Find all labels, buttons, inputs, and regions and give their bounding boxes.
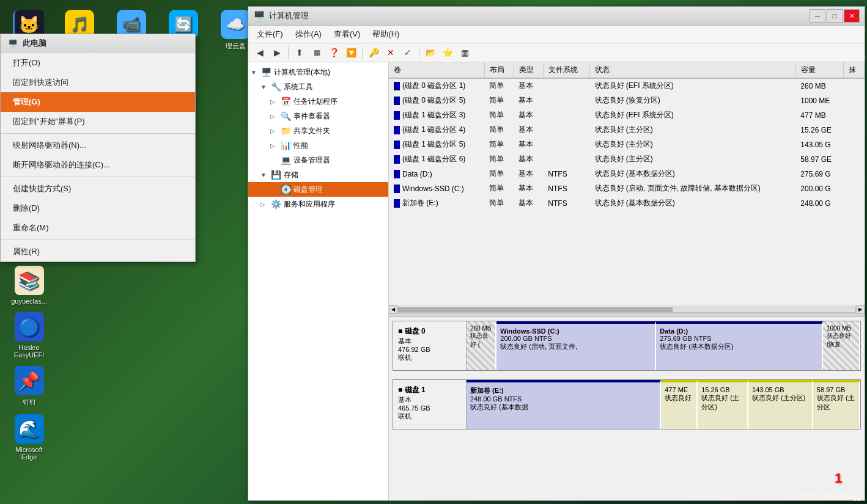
window-controls: ─ □ ✕	[810, 9, 860, 23]
star-button[interactable]: ⭐	[440, 45, 456, 60]
tree-item-storage[interactable]: ▼ 💾 存储	[248, 167, 388, 182]
cell-layout: 简单	[484, 152, 514, 167]
disk-status: 联机	[398, 353, 461, 362]
tree-item-performance[interactable]: ▷ 📊 性能	[248, 138, 388, 153]
partition-size: 200.00 GB NTFS	[500, 335, 651, 342]
cell-capacity: 58.97 GE	[795, 152, 843, 167]
table-row[interactable]: Windows-SSD (C:)简单基本NTFS状态良好 (启动, 页面文件, …	[389, 181, 865, 196]
disk-blue-bar	[394, 155, 400, 164]
tree-item-device-manager[interactable]: 💻 设备管理器	[248, 153, 388, 167]
horizontal-scrollbar[interactable]: ◀ ▶	[389, 305, 865, 313]
cell-capacity: 200.00 G	[795, 181, 843, 196]
menu-item-view[interactable]: 查看(V)	[328, 27, 366, 42]
tree-item-label: 计算机管理(本地)	[274, 67, 330, 78]
context-menu-item-map-drive[interactable]: 映射网络驱动器(N)...	[1, 136, 195, 155]
forward-button[interactable]: ▶	[269, 45, 285, 60]
partition-d1p5[interactable]: 58.97 GB 状态良好 (主分区	[813, 380, 860, 429]
scroll-left-btn[interactable]: ◀	[389, 305, 397, 314]
context-menu-sep-sep3	[1, 239, 195, 240]
partition-d1p4[interactable]: 143.05 GB 状态良好 (主分区)	[748, 380, 813, 429]
context-menu-item-shortcut[interactable]: 创建快捷方式(S)	[1, 179, 195, 199]
scrollbar-track[interactable]	[397, 307, 856, 313]
grid-button[interactable]: ▦	[457, 45, 473, 60]
partition-d0p3[interactable]: Data (D:) 275.69 GB NTFS 状态良好 (基本数据分区)	[656, 321, 823, 370]
cell-layout: 简单	[484, 108, 514, 123]
window-content: ▼ 🖥️ 计算机管理(本地) ▼ 🔧 系统工具 ▷ 📅 任务计划程序 ▷ 🔍 事…	[248, 62, 865, 500]
context-menu-item-properties[interactable]: 属性(R)	[1, 242, 195, 261]
back-button[interactable]: ◀	[252, 45, 268, 60]
partition-d0p2[interactable]: Windows-SSD (C:) 200.00 GB NTFS 状态良好 (启动…	[496, 321, 656, 370]
disk-blue-bar	[394, 199, 400, 208]
table-row[interactable]: Data (D:)简单基本NTFS状态良好 (基本数据分区)275.69 G	[389, 167, 865, 181]
scrollbar-thumb[interactable]	[398, 307, 673, 312]
tree-item-services-apps[interactable]: ▷ ⚙️ 服务和应用程序	[248, 197, 388, 211]
table-row[interactable]: (磁盘 0 磁盘分区 1)简单基本状态良好 (EFI 系统分区)260 MB	[389, 78, 865, 93]
disk-size: 476.92 GB	[398, 346, 461, 353]
expand-icon: ▷	[260, 201, 270, 208]
table-row[interactable]: (磁盘 1 磁盘分区 3)简单基本状态良好 (EFI 系统分区)477 MB	[389, 108, 865, 123]
menu-item-action[interactable]: 操作(A)	[289, 27, 328, 42]
table-row[interactable]: (磁盘 1 磁盘分区 5)简单基本状态良好 (主分区)143.05 G	[389, 137, 865, 152]
context-menu-item-open[interactable]: 打开(O)	[1, 53, 195, 73]
help-button[interactable]: ❓	[326, 45, 342, 60]
view-button[interactable]: ▦	[309, 45, 325, 60]
context-menu-item-disconnect[interactable]: 断开网络驱动器的连接(C)...	[1, 155, 195, 175]
disk-blue-bar	[394, 111, 400, 120]
tree-item-shared-folders[interactable]: ▷ 📁 共享文件夹	[248, 123, 388, 138]
partition-d1p1[interactable]: 新加卷 (E:) 248.00 GB NTFS 状态良好 (基本数据	[467, 380, 661, 429]
tree-item-label: 设备管理器	[293, 155, 330, 166]
partition-d1p2[interactable]: 477 ME 状态良好	[661, 380, 698, 429]
tree-item-event-viewer[interactable]: ▷ 🔍 事件查看器	[248, 109, 388, 123]
col-header-extra[interactable]: 抹	[843, 62, 864, 78]
tree-item-icon: 💻	[280, 155, 291, 166]
context-menu-item-delete[interactable]: 删除(D)	[1, 199, 195, 218]
check-button[interactable]: ✓	[400, 45, 416, 60]
tree-item-disk-management[interactable]: 💽 磁盘管理	[248, 182, 388, 197]
desktop-icon-edge[interactable]: 🌊 Microsoft Edge	[2, 411, 57, 464]
desktop-icon-dingding[interactable]: 📌 钉钉	[2, 362, 57, 411]
context-menu-item-pin-start[interactable]: 固定到"开始"屏幕(P)	[1, 112, 195, 131]
partition-d1p3[interactable]: 15.26 GB 状态良好 (主分区)	[698, 380, 748, 429]
filter-button[interactable]: 🔽	[343, 45, 359, 60]
context-menu-item-rename[interactable]: 重命名(M)	[1, 218, 195, 238]
table-row[interactable]: (磁盘 0 磁盘分区 5)简单基本状态良好 (恢复分区)1000 ME	[389, 93, 865, 108]
menu-item-file[interactable]: 文件(F)	[251, 27, 289, 42]
folder-button[interactable]: 📂	[422, 45, 438, 60]
tree-item-task-scheduler[interactable]: ▷ 📅 任务计划程序	[248, 94, 388, 109]
tree-item-system-tools[interactable]: ▼ 🔧 系统工具	[248, 79, 388, 94]
delete-button[interactable]: ✕	[383, 45, 399, 60]
partition-size: 248.00 GB NTFS	[470, 395, 656, 403]
partition-size: 15.26 GB	[701, 386, 743, 393]
minimize-button[interactable]: ─	[810, 9, 825, 23]
context-menu-item-pin-quick[interactable]: 固定到快速访问	[1, 73, 195, 92]
col-header-capacity[interactable]: 容量	[795, 62, 843, 78]
tree-item-icon: 📁	[280, 125, 291, 136]
scroll-right-btn[interactable]: ▶	[856, 305, 865, 314]
col-header-status[interactable]: 状态	[590, 62, 796, 78]
context-menu-item-manage[interactable]: 管理(G)	[1, 92, 195, 112]
close-button[interactable]: ✕	[844, 9, 860, 23]
partition-status: 状态良好 (主分区)	[701, 393, 743, 412]
table-row[interactable]: 新加卷 (E:)简单基本NTFS状态良好 (基本数据分区)248.00 G	[389, 196, 865, 211]
cell-status: 状态良好 (EFI 系统分区)	[590, 108, 796, 123]
col-header-layout[interactable]: 布局	[484, 62, 514, 78]
disk-label: ■ 磁盘 1 基本 465.75 GB 联机	[393, 380, 467, 429]
desktop-icon-hasleo[interactable]: 🔵 Hasleo EasyUEFI	[2, 309, 57, 362]
partition-d0p4[interactable]: 1000 MB 状态良好 (恢复	[823, 321, 860, 370]
expand-icon: ▼	[260, 84, 270, 90]
menu-item-help[interactable]: 帮助(H)	[366, 27, 405, 42]
desktop-icon-guyue[interactable]: 📚 guyueclas...	[2, 262, 57, 309]
col-header-filesystem[interactable]: 文件系统	[543, 62, 589, 78]
cell-capacity: 260 MB	[795, 78, 843, 93]
col-header-type[interactable]: 类型	[514, 62, 543, 78]
cell-volume: (磁盘 1 磁盘分区 4)	[389, 123, 484, 137]
up-button[interactable]: ⬆	[292, 45, 308, 60]
partition-d0p1[interactable]: 260 MB 状态良好 (	[467, 321, 496, 370]
tree-item-root[interactable]: ▼ 🖥️ 计算机管理(本地)	[248, 65, 388, 79]
window-toolbar: ◀ ▶ ⬆ ▦ ❓ 🔽 🔑 ✕ ✓ 📂 ⭐ ▦	[248, 43, 865, 62]
key-button[interactable]: 🔑	[366, 45, 382, 60]
table-row[interactable]: (磁盘 1 磁盘分区 6)简单基本状态良好 (主分区)58.97 GE	[389, 152, 865, 167]
table-row[interactable]: (磁盘 1 磁盘分区 4)简单基本状态良好 (主分区)15.26 GE	[389, 123, 865, 137]
maximize-button[interactable]: □	[827, 9, 843, 23]
col-header-volume[interactable]: 卷	[389, 62, 484, 78]
